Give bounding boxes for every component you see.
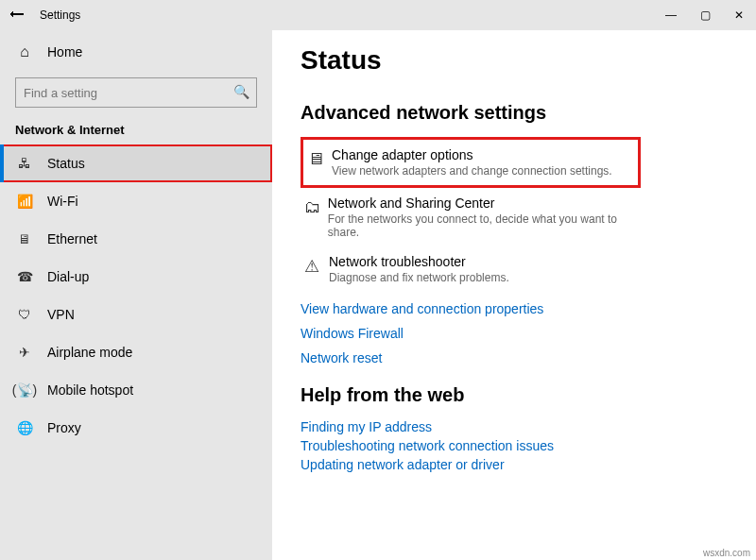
home-icon: ⌂ bbox=[15, 43, 34, 60]
wifi-icon: 📶 bbox=[15, 194, 34, 209]
change-adapter-options[interactable]: 🖥 Change adapter options View network ad… bbox=[301, 137, 641, 188]
maximize-button[interactable]: ▢ bbox=[688, 0, 722, 30]
home-nav[interactable]: ⌂ Home bbox=[0, 36, 272, 68]
option-desc: Diagnose and fix network problems. bbox=[329, 271, 509, 284]
close-button[interactable]: ✕ bbox=[722, 0, 756, 30]
back-button[interactable]: 🠔 bbox=[0, 7, 34, 24]
nav-label: VPN bbox=[47, 307, 75, 322]
nav-ethernet[interactable]: 🖥 Ethernet bbox=[0, 220, 272, 258]
link-update-driver[interactable]: Updating network adapter or driver bbox=[301, 457, 728, 472]
troubleshoot-icon: ⚠ bbox=[304, 254, 329, 284]
network-troubleshooter[interactable]: ⚠ Network troubleshooter Diagnose and fi… bbox=[301, 246, 641, 292]
advanced-heading: Advanced network settings bbox=[301, 102, 728, 124]
airplane-icon: ✈ bbox=[15, 345, 34, 360]
nav-wifi[interactable]: 📶 Wi-Fi bbox=[0, 182, 272, 220]
search-input[interactable] bbox=[15, 77, 257, 108]
nav-proxy[interactable]: 🌐 Proxy bbox=[0, 409, 272, 447]
page-heading: Status bbox=[301, 45, 728, 76]
option-text: Network troubleshooter Diagnose and fix … bbox=[329, 254, 509, 284]
adapter-icon: 🖥 bbox=[307, 147, 332, 178]
nav-label: Mobile hotspot bbox=[47, 382, 133, 398]
option-text: Network and Sharing Center For the netwo… bbox=[328, 195, 637, 239]
nav-label: Wi-Fi bbox=[47, 194, 78, 209]
vpn-icon: 🛡 bbox=[15, 307, 34, 322]
nav-label: Status bbox=[47, 156, 85, 171]
option-desc: View network adapters and change connect… bbox=[332, 164, 612, 178]
search-wrapper: 🔍 bbox=[15, 77, 257, 108]
nav-dialup[interactable]: ☎ Dial-up bbox=[0, 258, 272, 296]
help-heading: Help from the web bbox=[301, 384, 728, 406]
nav-list: 🖧 Status 📶 Wi-Fi 🖥 Ethernet ☎ Dial-up 🛡 … bbox=[0, 144, 272, 447]
title-bar: 🠔 Settings — ▢ ✕ bbox=[0, 0, 756, 30]
sharing-icon: 🗂 bbox=[304, 195, 328, 239]
nav-hotspot[interactable]: (📡) Mobile hotspot bbox=[0, 371, 272, 409]
dialup-icon: ☎ bbox=[15, 269, 34, 284]
home-label: Home bbox=[47, 44, 82, 59]
link-find-ip[interactable]: Finding my IP address bbox=[301, 419, 728, 434]
nav-label: Airplane mode bbox=[47, 345, 132, 360]
nav-label: Ethernet bbox=[47, 231, 97, 246]
link-windows-firewall[interactable]: Windows Firewall bbox=[301, 326, 728, 341]
option-title: Network troubleshooter bbox=[329, 254, 509, 269]
option-text: Change adapter options View network adap… bbox=[332, 147, 612, 178]
nav-airplane[interactable]: ✈ Airplane mode bbox=[0, 333, 272, 371]
watermark: wsxdn.com bbox=[703, 548, 750, 558]
nav-label: Proxy bbox=[47, 420, 81, 435]
link-network-reset[interactable]: Network reset bbox=[301, 350, 728, 365]
network-sharing-center[interactable]: 🗂 Network and Sharing Center For the net… bbox=[301, 188, 641, 246]
link-hardware-properties[interactable]: View hardware and connection properties bbox=[301, 301, 728, 316]
proxy-icon: 🌐 bbox=[15, 420, 34, 435]
nav-status[interactable]: 🖧 Status bbox=[0, 144, 272, 182]
nav-label: Dial-up bbox=[47, 269, 89, 284]
hotspot-icon: (📡) bbox=[15, 382, 34, 398]
section-title: Network & Internet bbox=[0, 117, 272, 144]
status-icon: 🖧 bbox=[15, 156, 34, 171]
content-pane: Status Advanced network settings 🖥 Chang… bbox=[272, 30, 756, 560]
main-area: ⌂ Home 🔍 Network & Internet 🖧 Status 📶 W… bbox=[0, 30, 756, 560]
search-icon: 🔍 bbox=[233, 84, 249, 99]
sidebar: ⌂ Home 🔍 Network & Internet 🖧 Status 📶 W… bbox=[0, 30, 272, 560]
ethernet-icon: 🖥 bbox=[15, 231, 34, 246]
nav-vpn[interactable]: 🛡 VPN bbox=[0, 296, 272, 333]
window-controls: — ▢ ✕ bbox=[654, 0, 756, 30]
window-title: Settings bbox=[34, 8, 654, 22]
minimize-button[interactable]: — bbox=[654, 0, 688, 30]
link-troubleshoot-connection[interactable]: Troubleshooting network connection issue… bbox=[301, 438, 728, 453]
option-title: Network and Sharing Center bbox=[328, 195, 637, 211]
option-title: Change adapter options bbox=[332, 147, 612, 162]
option-desc: For the networks you connect to, decide … bbox=[328, 212, 637, 239]
